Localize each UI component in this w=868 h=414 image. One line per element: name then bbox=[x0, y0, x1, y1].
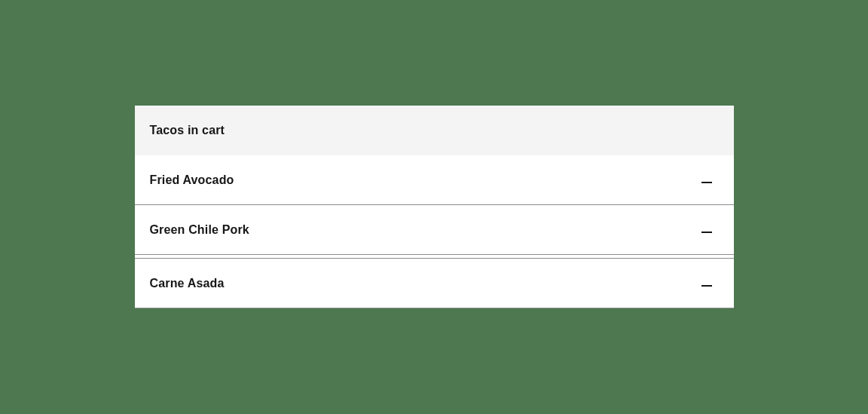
minus-icon bbox=[701, 174, 712, 186]
remove-item-button[interactable] bbox=[695, 218, 719, 242]
cart-item: Green Chile Pork bbox=[135, 205, 734, 255]
remove-item-button[interactable] bbox=[695, 168, 719, 192]
cart-item: Fried Avocado bbox=[135, 155, 734, 205]
minus-icon bbox=[701, 224, 712, 235]
cart-item-label: Green Chile Pork bbox=[150, 223, 249, 237]
minus-icon bbox=[701, 278, 712, 289]
svg-rect-0 bbox=[701, 182, 712, 184]
cart-header: Tacos in cart bbox=[135, 106, 734, 155]
cart-item-label: Carne Asada bbox=[150, 277, 225, 290]
svg-rect-2 bbox=[701, 285, 712, 287]
remove-item-button[interactable] bbox=[695, 271, 719, 296]
cart-item: Carne Asada bbox=[135, 259, 734, 308]
cart-item-label: Fried Avocado bbox=[150, 173, 234, 187]
cart-list: Fried Avocado Green Chile Pork Carne Asa… bbox=[135, 155, 734, 308]
cart-title: Tacos in cart bbox=[150, 124, 719, 137]
cart-panel: Tacos in cart Fried Avocado Green Chile … bbox=[135, 106, 734, 308]
svg-rect-1 bbox=[701, 232, 712, 234]
